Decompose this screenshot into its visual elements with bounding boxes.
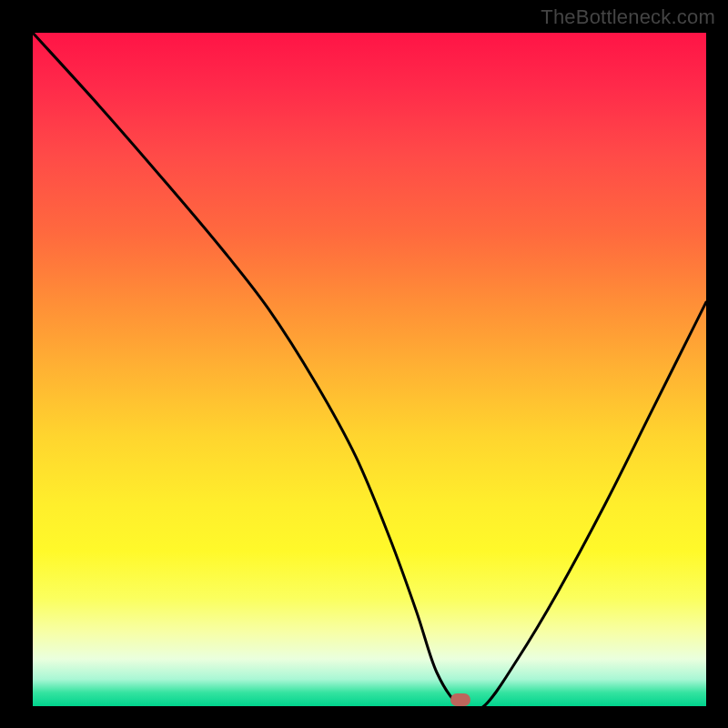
- chart-frame: TheBottleneck.com: [0, 0, 728, 728]
- optimum-marker: [450, 693, 470, 706]
- bottleneck-curve: [33, 33, 706, 706]
- plot-area: [33, 33, 706, 706]
- watermark-text: TheBottleneck.com: [541, 5, 715, 29]
